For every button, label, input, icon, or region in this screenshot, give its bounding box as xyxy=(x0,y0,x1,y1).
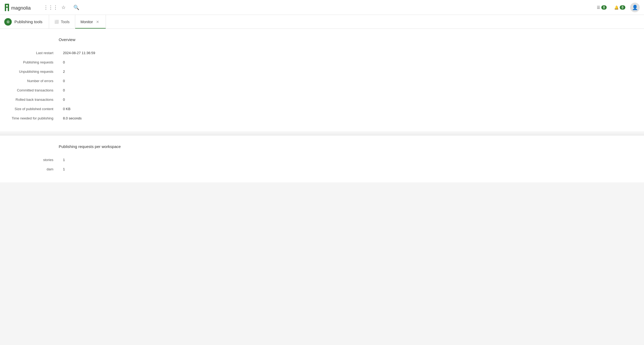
tools-tab-icon: ⬜ xyxy=(54,20,59,24)
workspace-section: Publishing requests per workspace storie… xyxy=(0,136,644,182)
stories-value: 1 xyxy=(59,158,65,162)
row-rolled-back-transactions: Rolled back transactions 0 xyxy=(0,95,644,104)
committed-transactions-value: 0 xyxy=(59,88,65,92)
number-of-errors-label: Number of errors xyxy=(11,79,59,83)
workspace-section-title: Publishing requests per workspace xyxy=(0,144,644,149)
app-header: ⚙ Publishing tools ⬜ Tools Monitor ✕ xyxy=(0,15,644,29)
publishing-requests-value: 0 xyxy=(59,60,65,64)
tab-tools[interactable]: ⬜ Tools xyxy=(49,15,75,29)
row-size-published-content: Size of published content 0 KB xyxy=(0,104,644,114)
user-avatar-button[interactable]: 👤 xyxy=(630,3,640,12)
time-needed-publishing-label: Time needed for publishing xyxy=(11,116,59,120)
tabs-area: ⬜ Tools Monitor ✕ xyxy=(49,15,106,29)
magnolia-logo: magnolia xyxy=(4,3,39,12)
unpublishing-requests-value: 2 xyxy=(59,70,65,74)
publishing-requests-label: Publishing requests xyxy=(11,60,59,64)
favorites-button[interactable]: ☆ xyxy=(58,2,69,13)
row-publishing-requests: Publishing requests 0 xyxy=(0,58,644,67)
grid-icon: ⋮⋮⋮ xyxy=(43,5,58,10)
search-button[interactable]: 🔍 xyxy=(71,2,82,13)
dam-value: 1 xyxy=(59,167,65,171)
rolled-back-transactions-value: 0 xyxy=(59,98,65,102)
tools-tab-label: Tools xyxy=(61,20,70,24)
overview-section-title: Overview xyxy=(0,37,644,42)
user-icon: 👤 xyxy=(632,5,638,10)
app-icon: ⚙ xyxy=(4,18,12,26)
size-published-content-label: Size of published content xyxy=(11,107,59,111)
tasks-badge: 0 xyxy=(601,5,607,10)
star-icon: ☆ xyxy=(61,5,66,10)
top-nav: magnolia ⋮⋮⋮ ☆ 🔍 ☰ 0 🔔 0 👤 xyxy=(0,0,644,15)
unpublishing-requests-label: Unpublishing requests xyxy=(11,70,59,74)
section-divider xyxy=(0,134,644,136)
size-published-content-value: 0 KB xyxy=(59,107,70,111)
notifications-badge: 0 xyxy=(620,5,625,10)
search-icon: 🔍 xyxy=(73,5,79,10)
monitor-tab-label: Monitor xyxy=(81,20,93,24)
tasks-button[interactable]: ☰ 0 xyxy=(594,4,610,11)
nav-right: ☰ 0 🔔 0 👤 xyxy=(594,3,640,12)
tab-monitor[interactable]: Monitor ✕ xyxy=(75,15,106,29)
row-unpublishing-requests: Unpublishing requests 2 xyxy=(0,67,644,76)
row-number-of-errors: Number of errors 0 xyxy=(0,76,644,86)
svg-text:magnolia: magnolia xyxy=(11,5,31,11)
row-dam: dam 1 xyxy=(0,165,644,174)
overview-section: Overview Last restart 2024-08-27 11:36:5… xyxy=(0,29,644,131)
row-time-needed-publishing: Time needed for publishing 8.0 seconds xyxy=(0,114,644,123)
tasks-icon: ☰ xyxy=(597,5,600,10)
row-committed-transactions: Committed transactions 0 xyxy=(0,86,644,95)
svg-rect-3 xyxy=(5,7,9,8)
dam-label: dam xyxy=(11,167,59,171)
last-restart-label: Last restart xyxy=(11,51,59,55)
last-restart-value: 2024-08-27 11:36:59 xyxy=(59,51,95,55)
stories-label: stories xyxy=(11,158,59,162)
notifications-button[interactable]: 🔔 0 xyxy=(611,4,628,11)
logo-area: magnolia xyxy=(4,3,39,12)
publishing-tools-icon: ⚙ xyxy=(6,20,10,24)
committed-transactions-label: Committed transactions xyxy=(11,88,59,92)
time-needed-publishing-value: 8.0 seconds xyxy=(59,116,82,120)
grid-menu-button[interactable]: ⋮⋮⋮ xyxy=(45,2,56,13)
main-content: Overview Last restart 2024-08-27 11:36:5… xyxy=(0,29,644,345)
bell-icon: 🔔 xyxy=(614,5,619,10)
row-stories: stories 1 xyxy=(0,155,644,165)
row-last-restart: Last restart 2024-08-27 11:36:59 xyxy=(0,48,644,58)
close-monitor-tab[interactable]: ✕ xyxy=(95,19,100,25)
number-of-errors-value: 0 xyxy=(59,79,65,83)
app-title-area: ⚙ Publishing tools xyxy=(4,15,49,29)
app-title: Publishing tools xyxy=(14,19,42,24)
rolled-back-transactions-label: Rolled back transactions xyxy=(11,98,59,102)
